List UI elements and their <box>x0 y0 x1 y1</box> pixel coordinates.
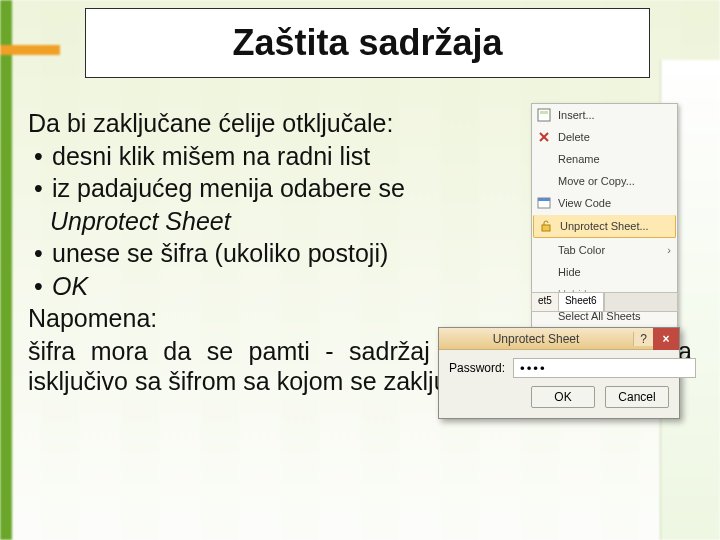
menu-item-label: Move or Copy... <box>558 175 635 187</box>
unprotect-sheet-dialog: Unprotect Sheet ? × Password: OK Cancel <box>438 327 680 419</box>
unprotect-icon <box>538 218 554 234</box>
menu-item-label: Insert... <box>558 109 595 121</box>
menu-item-label: Hide <box>558 266 581 278</box>
svg-rect-6 <box>542 225 550 231</box>
tab-scroll-area[interactable] <box>604 293 677 311</box>
tabcolor-icon <box>536 242 552 258</box>
menu-item-label: Tab Color <box>558 244 605 256</box>
menu-item-label: Delete <box>558 131 590 143</box>
svg-rect-5 <box>538 198 550 201</box>
sheet-tab[interactable]: Sheet6 <box>559 293 604 311</box>
code-icon <box>536 195 552 211</box>
dialog-help-button[interactable]: ? <box>633 332 653 346</box>
menu-item-move-copy[interactable]: Move or Copy... <box>532 170 677 192</box>
dialog-title: Unprotect Sheet <box>439 332 633 346</box>
ok-button[interactable]: OK <box>531 386 595 408</box>
rename-icon <box>536 151 552 167</box>
slide-title-box: Zaštita sadržaja <box>85 8 650 78</box>
hide-icon <box>536 264 552 280</box>
svg-rect-1 <box>540 111 548 114</box>
password-input[interactable] <box>513 358 696 378</box>
sheet-tab[interactable]: et5 <box>532 293 559 311</box>
menu-item-unprotect-sheet[interactable]: Unprotect Sheet... <box>533 215 676 238</box>
dialog-titlebar: Unprotect Sheet ? × <box>439 328 679 350</box>
svg-rect-0 <box>538 109 550 121</box>
menu-item-tab-color[interactable]: Tab Color <box>532 239 677 261</box>
menu-item-hide[interactable]: Hide <box>532 261 677 283</box>
menu-item-view-code[interactable]: View Code <box>532 192 677 214</box>
slide-title: Zaštita sadržaja <box>232 22 502 64</box>
menu-item-insert[interactable]: Insert... <box>532 104 677 126</box>
menu-item-label: Rename <box>558 153 600 165</box>
close-icon: × <box>662 332 669 346</box>
menu-item-rename[interactable]: Rename <box>532 148 677 170</box>
move-icon <box>536 173 552 189</box>
password-label: Password: <box>449 361 505 375</box>
menu-item-delete[interactable]: Delete <box>532 126 677 148</box>
menu-item-label: View Code <box>558 197 611 209</box>
insert-icon <box>536 107 552 123</box>
sheet-tab-strip: et5 Sheet6 <box>531 292 678 312</box>
menu-item-label: Unprotect Sheet... <box>560 220 649 232</box>
cancel-button[interactable]: Cancel <box>605 386 669 408</box>
delete-icon <box>536 129 552 145</box>
dialog-close-button[interactable]: × <box>653 328 679 350</box>
